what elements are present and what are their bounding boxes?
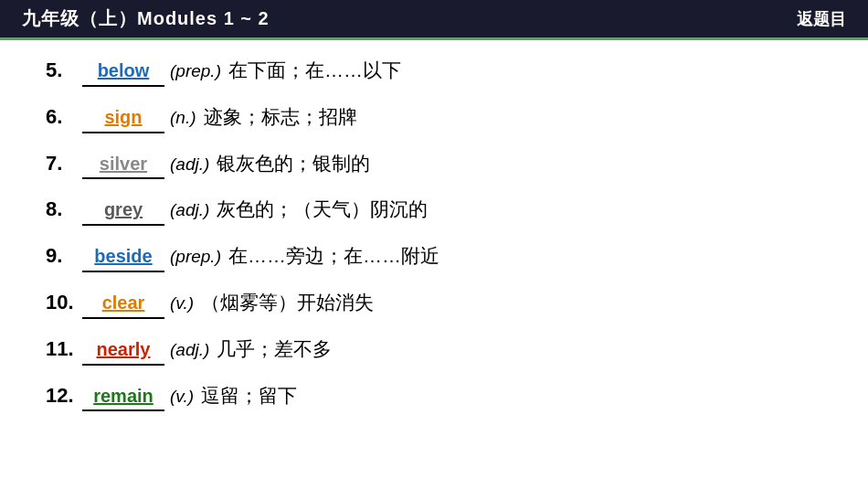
vocab-item-8: 12. remain(v.) 逗留；留下 bbox=[46, 382, 822, 412]
vocab-item-4: 8. grey(adj.) 灰色的；（天气）阴沉的 bbox=[46, 196, 822, 226]
header-title: 九年级（上）Modules 1 ~ 2 bbox=[22, 6, 270, 31]
item-pos: (prep.) bbox=[170, 245, 221, 270]
vocab-item-2: 6. sign(n.) 迹象；标志；招牌 bbox=[46, 103, 822, 133]
item-blank-word: silver bbox=[82, 150, 164, 180]
item-number: 7. bbox=[46, 150, 80, 178]
header: 九年级（上）Modules 1 ~ 2 返题目 bbox=[0, 0, 868, 40]
content-area: 5. below(prep.) 在下面；在……以下6. sign(n.) 迹象；… bbox=[0, 40, 868, 437]
item-definition: 银灰色的；银制的 bbox=[217, 150, 370, 176]
item-word: grey bbox=[104, 199, 143, 219]
item-pos: (n.) bbox=[170, 106, 196, 131]
item-word: beside bbox=[94, 246, 152, 266]
item-definition: 在下面；在……以下 bbox=[228, 57, 401, 83]
item-number: 8. bbox=[46, 196, 80, 224]
item-number: 10. bbox=[46, 289, 80, 317]
item-word: silver bbox=[100, 154, 147, 174]
back-button[interactable]: 返题目 bbox=[797, 8, 846, 30]
item-pos: (adj.) bbox=[170, 153, 209, 177]
item-pos: (v.) bbox=[170, 292, 194, 316]
item-definition: （烟雾等）开始消失 bbox=[201, 289, 374, 315]
item-word: clear bbox=[102, 292, 145, 313]
item-blank-word: clear bbox=[82, 289, 164, 319]
vocab-item-3: 7. silver(adj.) 银灰色的；银制的 bbox=[46, 150, 822, 180]
item-number: 6. bbox=[46, 103, 80, 132]
item-number: 9. bbox=[46, 242, 80, 271]
item-blank-word: nearly bbox=[82, 335, 164, 366]
vocab-item-1: 5. below(prep.) 在下面；在……以下 bbox=[46, 57, 822, 87]
item-definition: 灰色的；（天气）阴沉的 bbox=[217, 196, 428, 222]
item-blank-word: below bbox=[82, 57, 164, 87]
item-pos: (v.) bbox=[170, 385, 194, 409]
vocab-item-5: 9. beside(prep.) 在……旁边；在……附近 bbox=[46, 242, 822, 272]
item-number: 11. bbox=[46, 335, 80, 364]
item-definition: 在……旁边；在……附近 bbox=[228, 242, 439, 269]
item-blank-word: remain bbox=[82, 382, 164, 412]
item-word: nearly bbox=[97, 339, 151, 359]
item-blank-word: grey bbox=[82, 196, 164, 226]
item-blank-word: beside bbox=[82, 242, 164, 272]
item-word: below bbox=[98, 60, 150, 80]
item-number: 12. bbox=[46, 382, 80, 410]
item-pos: (adj.) bbox=[170, 338, 209, 363]
item-word: sign bbox=[104, 107, 142, 127]
item-definition: 迹象；标志；招牌 bbox=[204, 103, 357, 130]
item-word: remain bbox=[93, 386, 153, 406]
item-definition: 逗留；留下 bbox=[201, 382, 297, 409]
item-number: 5. bbox=[46, 57, 80, 85]
item-pos: (prep.) bbox=[170, 59, 221, 84]
item-blank-word: sign bbox=[82, 103, 164, 133]
vocab-item-6: 10. clear(v.) （烟雾等）开始消失 bbox=[46, 289, 822, 319]
item-pos: (adj.) bbox=[170, 198, 209, 223]
item-definition: 几乎；差不多 bbox=[217, 335, 332, 362]
vocab-item-7: 11. nearly(adj.) 几乎；差不多 bbox=[46, 335, 822, 366]
